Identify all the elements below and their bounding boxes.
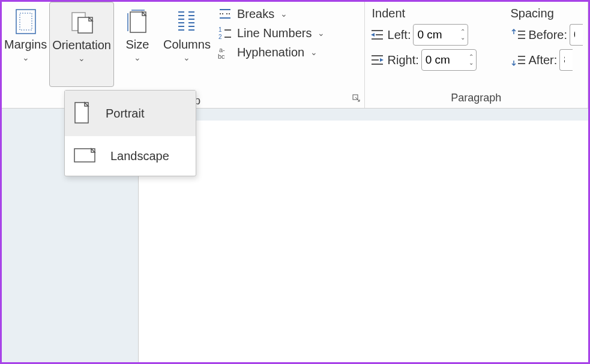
chevron-down-icon: ⌄ (183, 53, 190, 62)
spacing-before-input[interactable] (570, 25, 579, 45)
svg-text:1: 1 (218, 26, 222, 33)
svg-text:2: 2 (218, 34, 222, 40)
spacing-before-icon (511, 28, 526, 41)
spacing-before-row: Before: (511, 24, 583, 46)
indent-left-spinner[interactable]: ⌃⌄ (413, 24, 468, 46)
spacing-column: Spacing Before: After: (506, 2, 588, 90)
chevron-down-icon: ⌄ (310, 47, 318, 57)
after-label: After: (529, 53, 558, 67)
landscape-label: Landscape (110, 149, 169, 163)
right-label: Right: (388, 53, 419, 67)
spinner-arrows[interactable]: ⌃⌄ (469, 50, 476, 70)
page-setup-small: Breaks ⌄ 12 Line Numbers ⌄ a-bc Hyphenat… (213, 2, 330, 108)
columns-label: Columns (163, 38, 211, 52)
spacing-after-input[interactable] (560, 50, 568, 70)
before-label: Before: (529, 28, 567, 42)
group-paragraph: Indent Left: ⌃⌄ Right: ⌃⌄ (365, 2, 588, 108)
indent-column: Indent Left: ⌃⌄ Right: ⌃⌄ (365, 2, 506, 90)
line-numbers-label: Line Numbers (237, 26, 312, 40)
portrait-icon (73, 101, 92, 125)
indent-left-input[interactable] (414, 25, 460, 45)
left-label: Left: (388, 28, 411, 42)
indent-right-spinner[interactable]: ⌃⌄ (421, 49, 477, 71)
orientation-portrait-item[interactable]: Portrait (65, 91, 196, 136)
indent-right-row: Right: ⌃⌄ (370, 49, 501, 71)
size-label: Size (126, 38, 149, 52)
size-icon (124, 7, 151, 37)
indent-right-icon (370, 53, 385, 67)
spacing-before-spinner[interactable] (570, 24, 583, 46)
indent-left-row: Left: ⌃⌄ (370, 24, 501, 46)
orientation-dropdown: Portrait Landscape (64, 90, 196, 176)
chevron-down-icon: ⌄ (78, 53, 85, 63)
margins-button[interactable]: Margins ⌄ (2, 2, 49, 87)
columns-icon (175, 7, 198, 37)
hyphenation-label: Hyphenation (237, 46, 304, 59)
paragraph-group-label: Paragraph (365, 90, 588, 108)
orientation-button[interactable]: Orientation ⌄ (49, 2, 114, 87)
indent-header: Indent (370, 4, 501, 24)
orientation-landscape-item[interactable]: Landscape (65, 136, 196, 176)
line-numbers-button[interactable]: 12 Line Numbers ⌄ (217, 23, 327, 43)
spacing-after-row: After: (511, 49, 583, 71)
line-numbers-icon: 12 (218, 26, 232, 40)
chevron-down-icon: ⌄ (318, 28, 325, 38)
chevron-down-icon: ⌄ (280, 9, 287, 19)
indent-left-icon (370, 28, 385, 41)
breaks-icon (218, 7, 232, 21)
chevron-down-icon: ⌄ (460, 35, 465, 41)
portrait-label: Portrait (106, 107, 144, 121)
orientation-icon (68, 7, 95, 37)
landscape-icon (73, 147, 97, 165)
chevron-down-icon: ⌄ (469, 60, 474, 66)
margins-label: Margins (4, 38, 47, 52)
chevron-down-icon: ⌄ (134, 53, 141, 62)
indent-right-input[interactable] (422, 50, 469, 70)
spinner-arrows[interactable]: ⌃⌄ (460, 25, 468, 45)
page-setup-dialog-launcher[interactable] (352, 94, 361, 104)
breaks-button[interactable]: Breaks ⌄ (217, 4, 327, 23)
breaks-label: Breaks (237, 7, 274, 21)
hyphenation-icon: a-bc (218, 45, 232, 59)
spacing-header: Spacing (511, 4, 583, 24)
group-body: Indent Left: ⌃⌄ Right: ⌃⌄ (365, 2, 588, 90)
svg-rect-1 (20, 13, 32, 30)
size-button[interactable]: Size ⌄ (114, 2, 161, 87)
hyphenation-button[interactable]: a-bc Hyphenation ⌄ (217, 43, 327, 62)
margins-icon (14, 7, 38, 37)
columns-button[interactable]: Columns ⌄ (161, 2, 213, 87)
orientation-label: Orientation (52, 38, 111, 52)
chevron-down-icon: ⌄ (22, 53, 29, 62)
svg-text:bc: bc (218, 53, 225, 59)
document-page[interactable] (138, 121, 588, 364)
spacing-after-spinner[interactable] (559, 49, 573, 71)
spacing-after-icon (511, 53, 526, 67)
